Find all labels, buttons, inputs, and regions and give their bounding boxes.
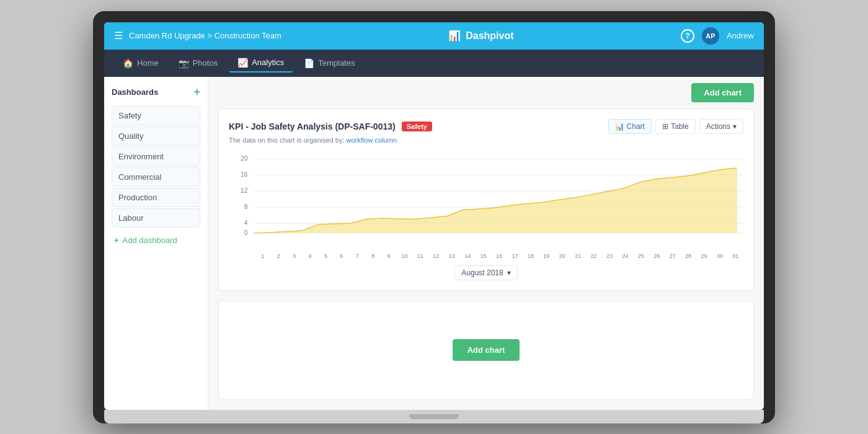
month-selector[interactable]: August 2018 ▾ <box>454 265 517 280</box>
laptop-screen: ☰ Camden Rd Upgrade > Construction Team … <box>104 22 764 410</box>
sidebar: Dashboards + Safety Quality Environment … <box>104 77 208 410</box>
nav-label-home: Home <box>137 58 159 68</box>
main-layout: Dashboards + Safety Quality Environment … <box>104 77 764 410</box>
x-axis-label: 11 <box>412 253 428 259</box>
home-icon: 🏠 <box>123 58 133 68</box>
chart-bar-icon: 📊 <box>615 122 624 131</box>
sidebar-add-icon[interactable]: + <box>193 86 200 99</box>
avatar: AP <box>702 27 719 45</box>
add-chart-center-button[interactable]: Add chart <box>453 339 520 361</box>
nav-item-home[interactable]: 🏠 Home <box>114 55 167 72</box>
x-axis-label: 6 <box>334 253 349 259</box>
month-chevron-icon: ▾ <box>507 268 511 277</box>
brand-logo: 📊 Dashpivot <box>448 30 513 42</box>
sidebar-header: Dashboards + <box>112 86 200 99</box>
nav-bar: 🏠 Home 📷 Photos 📈 Analytics 📄 Templates <box>104 50 764 77</box>
templates-icon: 📄 <box>304 58 314 68</box>
month-label: August 2018 <box>461 268 503 277</box>
add-dashboard-label: Add dashboard <box>123 236 177 245</box>
empty-chart-card: Add chart <box>218 301 754 400</box>
safety-badge: Safety <box>402 122 432 131</box>
help-icon[interactable]: ? <box>681 29 694 43</box>
svg-text:20: 20 <box>241 155 248 162</box>
x-axis-label: 10 <box>397 253 412 259</box>
subtitle-link[interactable]: workflow column <box>347 136 397 144</box>
x-axis-label: 17 <box>507 253 523 259</box>
x-axis-label: 26 <box>649 253 665 259</box>
hamburger-icon[interactable]: ☰ <box>114 30 123 42</box>
x-axis-label: 15 <box>476 253 491 259</box>
x-axis-label: 25 <box>633 253 649 259</box>
nav-label-analytics: Analytics <box>252 58 284 67</box>
sidebar-item-commercial[interactable]: Commercial <box>112 167 200 187</box>
x-axis-label: 5 <box>318 253 334 259</box>
x-axis-label: 12 <box>428 253 444 259</box>
top-bar: ☰ Camden Rd Upgrade > Construction Team … <box>104 22 764 50</box>
x-axis-label: 21 <box>570 253 585 259</box>
sidebar-item-production[interactable]: Production <box>112 188 200 207</box>
photos-icon: 📷 <box>179 58 189 68</box>
top-bar-right: ? AP Andrew <box>681 27 754 45</box>
actions-button[interactable]: Actions ▾ <box>699 119 743 134</box>
x-axis-label: 28 <box>680 253 696 259</box>
chart-card: KPI - Job Safety Analysis (DP-SAF-0013) … <box>218 108 754 291</box>
x-axis-label: 8 <box>365 253 381 259</box>
add-chart-header-button[interactable]: Add chart <box>691 83 754 102</box>
chart-subtitle: The data on this chart is organised by: … <box>229 136 743 144</box>
x-axis-label: 13 <box>444 253 459 259</box>
chart-title-section: KPI - Job Safety Analysis (DP-SAF-0013) … <box>229 122 432 131</box>
actions-label: Actions <box>706 122 730 131</box>
x-axis-label: 19 <box>539 253 554 259</box>
sidebar-title: Dashboards <box>112 87 158 97</box>
top-bar-left: ☰ Camden Rd Upgrade > Construction Team <box>114 30 281 42</box>
sidebar-item-labour[interactable]: Labour <box>112 208 200 228</box>
sidebar-item-quality[interactable]: Quality <box>112 126 200 146</box>
x-axis-label: 9 <box>381 253 396 259</box>
svg-text:4: 4 <box>244 219 248 226</box>
bar-chart-icon: 📊 <box>448 30 461 42</box>
brand-name: Dashpivot <box>466 30 513 42</box>
nav-label-photos: Photos <box>193 58 218 68</box>
x-axis-label: 1 <box>255 253 270 259</box>
laptop-base <box>104 410 764 423</box>
sidebar-item-safety[interactable]: Safety <box>112 106 200 125</box>
username: Andrew <box>727 31 754 40</box>
nav-item-templates[interactable]: 📄 Templates <box>295 55 363 72</box>
chart-title: KPI - Job Safety Analysis (DP-SAF-0013) <box>229 122 396 131</box>
x-axis-label: 20 <box>554 253 570 259</box>
chart-card-header: KPI - Job Safety Analysis (DP-SAF-0013) … <box>229 119 743 134</box>
x-axis-label: 14 <box>459 253 475 259</box>
analytics-icon: 📈 <box>237 58 248 68</box>
chart-wrapper: 0 4 8 12 16 20 <box>229 153 743 252</box>
view-chart-label: Chart <box>627 122 645 131</box>
x-axis-label: 24 <box>618 253 633 259</box>
nav-item-photos[interactable]: 📷 Photos <box>170 55 226 72</box>
add-dashboard-button[interactable]: + Add dashboard <box>112 231 200 249</box>
content-header: Add chart <box>208 77 764 108</box>
add-dashboard-plus-icon: + <box>114 236 119 245</box>
x-axis-label: 2 <box>270 253 286 259</box>
breadcrumb: Camden Rd Upgrade > Construction Team <box>129 31 281 40</box>
x-axis-label: 3 <box>286 253 302 259</box>
content-area: Add chart KPI - Job Safety Analysis (DP-… <box>208 77 764 410</box>
laptop-frame: ☰ Camden Rd Upgrade > Construction Team … <box>93 11 775 423</box>
x-axis-label: 4 <box>302 253 317 259</box>
view-table-button[interactable]: ⊞ Table <box>655 119 696 134</box>
chart-controls: 📊 Chart ⊞ Table Actions ▾ <box>608 119 743 134</box>
nav-item-analytics[interactable]: 📈 Analytics <box>229 54 293 73</box>
svg-text:0: 0 <box>244 229 248 236</box>
view-chart-button[interactable]: 📊 Chart <box>608 119 652 134</box>
x-axis-label: 29 <box>696 253 712 259</box>
x-axis-label: 7 <box>350 253 365 259</box>
x-axis-label: 30 <box>712 253 727 259</box>
x-axis-label: 27 <box>665 253 680 259</box>
sidebar-item-environment[interactable]: Environment <box>112 147 200 166</box>
chart-svg: 0 4 8 12 16 20 <box>229 153 743 252</box>
svg-text:8: 8 <box>244 203 248 210</box>
x-axis-label: 22 <box>586 253 601 259</box>
x-axis-label: 18 <box>523 253 538 259</box>
chevron-down-icon: ▾ <box>733 122 737 131</box>
table-icon: ⊞ <box>662 122 668 131</box>
view-table-label: Table <box>671 122 689 131</box>
x-axis-label: 23 <box>601 253 617 259</box>
